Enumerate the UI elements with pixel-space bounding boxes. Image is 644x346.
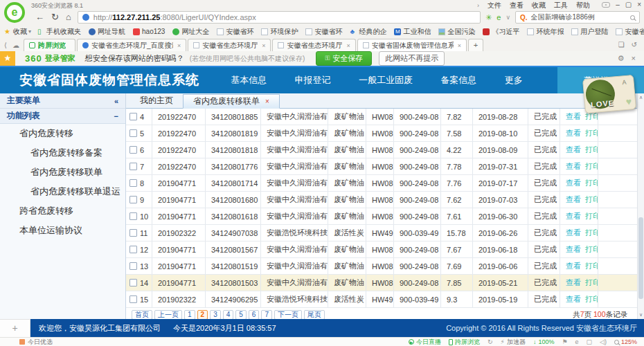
restore-tab-icon[interactable]: ↺ bbox=[632, 41, 637, 48]
bookmark-item[interactable]: 网址大全 bbox=[172, 27, 211, 37]
table-row[interactable]: 12 201904771 34120801567 安徽中久润滑油有限公... 废… bbox=[126, 242, 637, 258]
scrollbar-thumb[interactable] bbox=[638, 217, 643, 298]
row-checkbox[interactable] bbox=[129, 212, 137, 220]
view-link[interactable]: 查看 bbox=[566, 128, 581, 138]
tab-close-icon[interactable]: × bbox=[346, 42, 350, 49]
nav-item[interactable]: 基本信息 bbox=[231, 74, 267, 86]
search-icon[interactable] bbox=[630, 15, 635, 20]
page-button[interactable]: 下一页 bbox=[274, 310, 302, 320]
print-link[interactable]: 打印 bbox=[585, 128, 598, 138]
page-button[interactable]: 尾页 bbox=[304, 310, 325, 320]
page-button[interactable]: 4 bbox=[223, 310, 234, 320]
dismiss-site-button[interactable]: 此网站不再提示 bbox=[379, 51, 445, 66]
print-link[interactable]: 打印 bbox=[585, 294, 598, 304]
browser-tab[interactable]: 安徽省生态环境厅 × bbox=[188, 39, 271, 51]
table-row[interactable]: 5 201922470 34120801819 安徽中久润滑油有限公... 废矿… bbox=[126, 125, 637, 142]
nav-item[interactable]: 申报登记 bbox=[295, 74, 331, 86]
flag-icon[interactable]: ⚑ bbox=[562, 338, 567, 345]
tab-my-home[interactable]: 我的主页 bbox=[130, 93, 183, 108]
menu-collapse-icon[interactable]: › bbox=[477, 2, 479, 9]
table-row[interactable]: 6 201922470 34120801818 安徽中久润滑油有限公... 废矿… bbox=[126, 142, 637, 158]
print-link[interactable]: 打印 bbox=[585, 145, 598, 155]
360-e-icon[interactable]: e bbox=[497, 13, 501, 21]
bookmark-item[interactable]: M 工业和信 bbox=[394, 27, 432, 37]
page-button[interactable]: 2 bbox=[197, 310, 208, 320]
window-mode-icon[interactable]: ▢ bbox=[587, 338, 593, 345]
maximize-button[interactable]: ▢ bbox=[625, 1, 632, 9]
bookmark-item[interactable]: 全国污染 bbox=[438, 27, 476, 37]
print-link[interactable]: 打印 bbox=[585, 194, 598, 205]
booster-button[interactable]: ⚡ 加速器 bbox=[501, 338, 526, 346]
gear-icon[interactable]: ⚙ bbox=[618, 54, 625, 63]
view-link[interactable]: 查看 bbox=[566, 294, 581, 304]
search-hotword[interactable]: 全国新增确诊1886例 bbox=[531, 12, 630, 22]
page-button[interactable]: 首页 bbox=[132, 310, 152, 320]
bookmark-item[interactable]: ★ 收藏 ▾ bbox=[4, 27, 31, 37]
row-checkbox[interactable] bbox=[129, 146, 137, 154]
browser-tab[interactable]: 安徽省固体废物管理信息系统 × bbox=[357, 39, 467, 51]
ie-mode-icon[interactable]: e bbox=[575, 338, 579, 345]
page-button[interactable]: 5 bbox=[235, 310, 247, 320]
refresh-status-icon[interactable]: ↻ bbox=[488, 338, 493, 345]
menu-item[interactable]: 工具 bbox=[554, 1, 568, 10]
cloud-sync-icon[interactable]: ☁ bbox=[12, 42, 19, 49]
nav-item[interactable]: 更多 bbox=[505, 74, 523, 86]
view-link[interactable]: 查看 bbox=[566, 194, 581, 205]
speaker-icon[interactable]: ◁) bbox=[600, 338, 607, 345]
print-link[interactable]: 打印 bbox=[585, 261, 598, 271]
row-checkbox[interactable] bbox=[129, 279, 137, 286]
refresh-button[interactable]: ↻ bbox=[51, 11, 59, 24]
page-button[interactable]: 3 bbox=[210, 310, 221, 320]
vertical-scrollbar[interactable]: ∧ ∨ bbox=[637, 93, 644, 319]
page-button[interactable]: 1 bbox=[184, 310, 195, 320]
row-checkbox[interactable] bbox=[129, 295, 137, 303]
view-link[interactable]: 查看 bbox=[566, 228, 581, 238]
view-link[interactable]: 查看 bbox=[566, 261, 581, 271]
table-row[interactable]: 7 201922470 34120801776 安徽中久润滑油有限公... 废矿… bbox=[126, 158, 637, 175]
row-checkbox[interactable] bbox=[129, 163, 137, 170]
scroll-down-icon[interactable]: ∨ bbox=[638, 311, 644, 319]
bookmark-item[interactable]: 安徽省重 bbox=[616, 27, 644, 37]
table-row[interactable]: 9 201904771 34120801680 安徽中久润滑油有限公... 废矿… bbox=[126, 192, 637, 208]
tab-close-icon[interactable]: × bbox=[262, 42, 265, 49]
sidebar-item[interactable]: 省内危废转移备案 bbox=[0, 143, 125, 163]
browser-tab[interactable]: 跨屏浏览 bbox=[24, 39, 75, 51]
view-link[interactable]: 查看 bbox=[566, 161, 581, 172]
row-checkbox[interactable] bbox=[129, 129, 137, 137]
collapse-sidebar-icon[interactable]: « bbox=[114, 97, 118, 105]
dropdown-caret-icon[interactable]: ∨ bbox=[506, 14, 510, 21]
row-checkbox[interactable] bbox=[129, 179, 137, 187]
tab-close-icon[interactable]: × bbox=[458, 42, 461, 49]
view-link[interactable]: 查看 bbox=[566, 145, 581, 155]
tab-stack-icon[interactable]: ❏ bbox=[618, 41, 625, 48]
url-input[interactable]: http://112.27.211.25:8080/LigerUI/QYInde… bbox=[78, 11, 481, 24]
sidebar-item[interactable]: 本单位运输协议 bbox=[0, 221, 125, 240]
table-row[interactable]: 11 201902322 34124907038 安徽浩悦环境科技有限... 废… bbox=[126, 225, 637, 242]
print-link[interactable]: 打印 bbox=[585, 277, 598, 288]
zoom-level[interactable]: 125% bbox=[614, 338, 637, 345]
bookmark-item[interactable]: ▯ 手机收藏夹 bbox=[37, 27, 82, 37]
table-row[interactable]: 8 201904771 34120801714 安徽中久润滑油有限公... 废矿… bbox=[126, 175, 637, 192]
menu-item[interactable]: 文件 bbox=[488, 1, 501, 10]
tab-close-icon[interactable]: × bbox=[177, 42, 181, 49]
tab-manifest[interactable]: 省内危废转移联单 × bbox=[183, 94, 280, 109]
view-link[interactable]: 查看 bbox=[566, 111, 581, 122]
bookmark-item[interactable]: ♣ 经典的企 bbox=[350, 27, 388, 37]
page-button[interactable]: 上一页 bbox=[154, 310, 182, 320]
sidebar-item[interactable]: 跨省危废转移 bbox=[0, 201, 125, 221]
sidebar-item[interactable]: 省内危废转移联单退运 bbox=[0, 182, 125, 201]
home-button[interactable]: ⌂ bbox=[66, 11, 71, 24]
daily-picks[interactable]: 今日优选 bbox=[19, 338, 53, 346]
close-tab-icon[interactable]: × bbox=[265, 94, 269, 109]
sidebar-item[interactable]: 省内危废转移联单 bbox=[0, 163, 125, 182]
menu-item[interactable]: 收藏 bbox=[532, 1, 546, 10]
bookmark-item[interactable]: hao123 bbox=[133, 28, 166, 35]
save-password-button[interactable]: ⚿ 安全保存 bbox=[316, 51, 372, 66]
nav-item[interactable]: 一般工业固废 bbox=[359, 74, 413, 86]
sidebar-header-main-menu[interactable]: 主要菜单 « bbox=[0, 93, 125, 109]
scroll-up-icon[interactable]: ∧ bbox=[638, 93, 644, 102]
bookmark-item[interactable]: 环统年报 bbox=[527, 27, 565, 37]
table-row[interactable]: 10 201904771 34120801618 安徽中久润滑油有限公... 废… bbox=[126, 208, 637, 225]
cross-screen-button[interactable]: 跨屏浏览 bbox=[449, 338, 480, 346]
table-row[interactable]: 4 201922470 34120801885 安徽中久润滑油有限公... 废矿… bbox=[126, 109, 637, 125]
